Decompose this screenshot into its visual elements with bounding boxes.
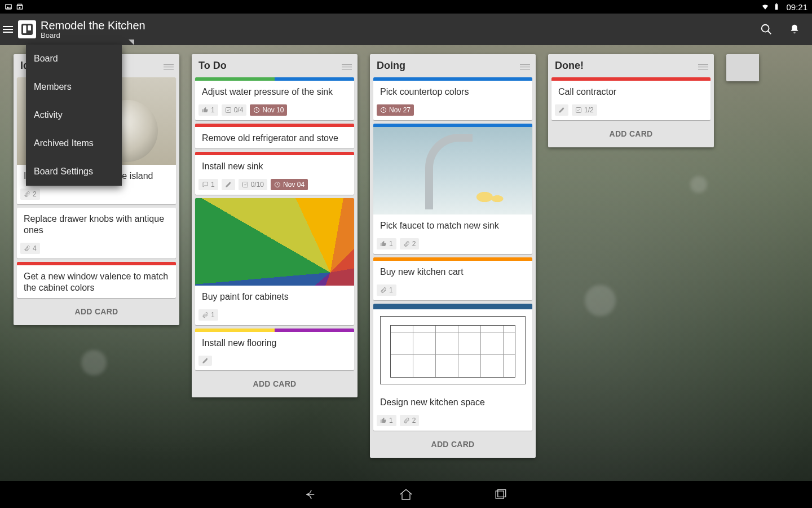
- card-title: Design new kitchen space: [380, 397, 526, 408]
- badge-check: 0/10: [239, 179, 267, 190]
- card-body: Install new sink: [195, 155, 354, 177]
- list-menu-icon[interactable]: ———: [698, 63, 707, 69]
- card-title: Pick countertop colors: [380, 86, 526, 98]
- add-card-button[interactable]: ADD CARD: [14, 299, 179, 325]
- dropdown-item[interactable]: Board Settings: [26, 157, 122, 186]
- card-title: Install new flooring: [202, 338, 347, 349]
- card-badges: 1: [373, 282, 532, 300]
- card-body: Buy new kitchen cart: [373, 261, 532, 282]
- card-body: Remove old refrigerator and stove: [195, 127, 354, 148]
- list[interactable]: Done!———Call contractor1/2ADD CARD: [548, 54, 714, 147]
- badge-thumb: 1: [198, 104, 218, 116]
- card-labels: [373, 77, 532, 81]
- badge-pencil: [222, 179, 235, 190]
- badge-paperclip: 1: [377, 284, 396, 296]
- card-title: Get a new window valence to match the ca…: [24, 271, 169, 294]
- card[interactable]: Install new sink10/10Nov 04: [195, 152, 354, 195]
- picture-icon: [5, 3, 12, 11]
- card-title: Adjust water pressure of the sink: [202, 86, 347, 98]
- card[interactable]: Buy new kitchen cart1: [373, 257, 532, 300]
- badge-thumb: 1: [377, 415, 396, 426]
- svg-rect-2: [776, 3, 777, 4]
- card-labels: [17, 262, 176, 265]
- card[interactable]: Adjust water pressure of the sink10/4Nov…: [195, 77, 354, 120]
- card-badges: 4: [17, 240, 176, 259]
- card[interactable]: Design new kitchen space12: [373, 304, 532, 431]
- spinner-triangle-icon: [129, 40, 134, 45]
- dropdown-item[interactable]: Members: [26, 73, 122, 101]
- card-labels: [195, 77, 354, 81]
- badge-paperclip: 2: [20, 189, 40, 200]
- trello-app-icon[interactable]: [18, 20, 36, 38]
- card[interactable]: Call contractor1/2: [551, 77, 710, 120]
- card[interactable]: Pick countertop colorsNov 27: [373, 77, 532, 120]
- android-statusbar: 09:21: [0, 0, 812, 14]
- card[interactable]: Pick faucet to match new sink12: [373, 124, 532, 254]
- board-subtitle: Board: [41, 32, 760, 40]
- card-title: Call contractor: [558, 86, 704, 98]
- card-labels: [195, 329, 354, 332]
- card[interactable]: Buy paint for cabinets1: [195, 198, 354, 325]
- clock-text: 09:21: [786, 2, 807, 12]
- cards-container: Call contractor1/2: [548, 77, 714, 121]
- recents-icon[interactable]: [493, 487, 509, 502]
- badge-paperclip: 1: [198, 309, 218, 321]
- app-actionbar: Remodel the Kitchen Board: [0, 14, 812, 45]
- card[interactable]: Replace drawer knobs with antique ones4: [17, 208, 176, 259]
- list-header: Done!———: [548, 54, 714, 77]
- badge-paperclip: 2: [400, 238, 420, 249]
- list-header: Doing———: [370, 54, 536, 77]
- card-body: Pick countertop colors: [373, 81, 532, 102]
- list-menu-icon[interactable]: ———: [164, 63, 173, 69]
- search-icon[interactable]: [760, 23, 773, 36]
- list[interactable]: Doing———Pick countertop colorsNov 27Pick…: [370, 54, 536, 458]
- board-title: Remodel the Kitchen: [41, 19, 760, 32]
- badge-clock: Nov 04: [271, 179, 308, 190]
- badge-check: 1/2: [572, 104, 597, 116]
- list[interactable]: To Do———Adjust water pressure of the sin…: [192, 54, 358, 397]
- add-card-button[interactable]: ADD CARD: [192, 371, 358, 397]
- bell-icon[interactable]: [788, 23, 801, 36]
- card[interactable]: Remove old refrigerator and stove: [195, 124, 354, 148]
- drawer-button[interactable]: [0, 14, 16, 45]
- card-cover-image: [373, 127, 532, 214]
- svg-rect-13: [576, 108, 581, 113]
- list-title: Done!: [555, 60, 698, 72]
- card-body: Pick faucet to match new sink: [373, 214, 532, 236]
- badge-pencil: [198, 356, 212, 366]
- dropdown-item[interactable]: Archived Items: [26, 129, 122, 157]
- dropdown-item[interactable]: Activity: [26, 101, 122, 129]
- card-badges: 10/4Nov 10: [195, 102, 354, 120]
- home-icon[interactable]: [398, 487, 414, 502]
- card[interactable]: Install new flooring: [195, 329, 354, 370]
- card-badges: 12: [373, 236, 532, 254]
- badge-comment: 1: [198, 179, 218, 190]
- add-list-stub[interactable]: [726, 54, 759, 81]
- card-cover-image: [373, 304, 532, 391]
- list-menu-icon[interactable]: ———: [520, 63, 529, 69]
- badge-clock: Nov 10: [250, 104, 287, 116]
- board-dropdown-menu[interactable]: BoardMembersActivityArchived ItemsBoard …: [26, 45, 122, 186]
- add-card-button[interactable]: ADD CARD: [548, 121, 714, 147]
- board-lists[interactable]: Ideas———Install a pan rack over the isla…: [14, 54, 798, 481]
- board-title-block[interactable]: Remodel the Kitchen Board: [41, 19, 760, 40]
- card-labels: [551, 77, 710, 81]
- card-labels: [195, 124, 354, 127]
- dropdown-item[interactable]: Board: [26, 45, 122, 73]
- svg-point-6: [762, 25, 769, 32]
- svg-rect-5: [28, 25, 32, 30]
- board-content: Ideas———Install a pan rack over the isla…: [0, 45, 812, 481]
- card-title: Install new sink: [202, 161, 347, 172]
- add-card-button[interactable]: ADD CARD: [370, 432, 536, 458]
- list-title: Doing: [377, 60, 520, 72]
- card-body: Get a new window valence to match the ca…: [17, 265, 176, 298]
- list-menu-icon[interactable]: ———: [342, 63, 351, 69]
- card-badges: 1: [195, 307, 354, 325]
- card-body: Adjust water pressure of the sink: [195, 81, 354, 102]
- card-body: Replace drawer knobs with antique ones: [17, 208, 176, 240]
- card-title: Replace drawer knobs with antique ones: [24, 213, 169, 236]
- back-icon[interactable]: [303, 487, 319, 502]
- cards-container: Pick countertop colorsNov 27Pick faucet …: [370, 77, 536, 432]
- list-title: To Do: [198, 60, 342, 72]
- card[interactable]: Get a new window valence to match the ca…: [17, 262, 176, 298]
